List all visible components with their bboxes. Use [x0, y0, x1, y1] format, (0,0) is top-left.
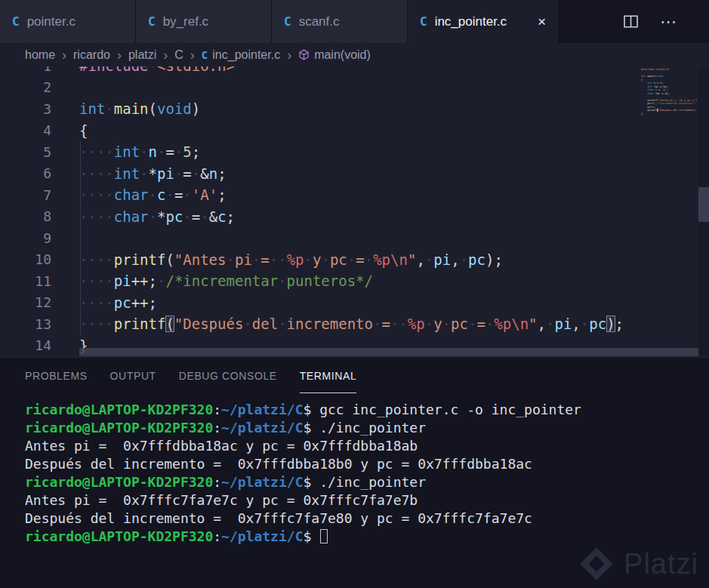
vertical-scrollbar-thumb[interactable] [698, 187, 709, 222]
code-token: · [365, 251, 373, 268]
split-editor-icon[interactable] [623, 14, 639, 29]
terminal-text: ricardo@LAPTOP-KD2PF320 [25, 474, 213, 490]
line-number: 2 [0, 79, 51, 95]
tab-pointer.c[interactable]: Cpointer.c [0, 0, 136, 43]
code-token: char [647, 88, 653, 91]
code-editor[interactable]: 1#include·<stdio.h>23int·main(void)4{5··… [0, 66, 709, 357]
code-token: incremento [680, 109, 695, 112]
code-token: pi [554, 316, 572, 332]
code-token: ; [668, 92, 670, 95]
breadcrumb-label: home [25, 48, 55, 62]
code-token: punteros*/ [287, 272, 373, 289]
breadcrumb-item-home[interactable]: home [25, 48, 55, 62]
code-token: ; [192, 143, 200, 160]
line-number: 9 [0, 230, 51, 246]
code-line[interactable]: 5····int·n·=·5; [0, 141, 640, 163]
panel-tab-bar: PROBLEMSOUTPUTDEBUG CONSOLETERMINAL [0, 358, 709, 393]
tab-inc_pointer.c[interactable]: Cinc_pointer.c× [408, 0, 559, 43]
code-token: n [209, 165, 217, 182]
horizontal-scrollbar[interactable] [79, 348, 698, 356]
code-token: · [278, 316, 286, 332]
code-token: char [114, 208, 149, 225]
close-tab-icon[interactable]: × [538, 14, 546, 29]
terminal-text: $ [303, 474, 319, 490]
code-token: ; [615, 316, 624, 332]
code-line[interactable]: 8····char·*pc·=·&c; [0, 206, 640, 228]
code-line[interactable]: 11····pi++;·/*incrementar·punteros*/ [0, 270, 640, 292]
code-line[interactable]: 7····char·c·=·'A'; [0, 184, 640, 206]
code-token: 5 [183, 143, 191, 160]
line-number: 14 [0, 337, 51, 353]
code-token: · [425, 251, 433, 268]
breadcrumb-item-ricardo[interactable]: ricardo [73, 48, 110, 62]
code-token: , [572, 316, 580, 332]
tab-by_ref.c[interactable]: Cby_ref.c [136, 0, 272, 43]
chevron-right-icon: › [190, 48, 195, 62]
terminal-text: ricardo@LAPTOP-KD2PF320 [25, 402, 213, 417]
code-line[interactable]: 13····printf("Después·del·incremento·=··… [0, 313, 640, 335]
code-token: · [140, 143, 148, 160]
code-token: ; [667, 88, 668, 91]
code-token: ; [217, 186, 226, 203]
code-line[interactable]: 1#include·<stdio.h> [0, 66, 640, 77]
breadcrumb-label: inc_pointer.c [212, 48, 280, 62]
code-token: ++; [131, 272, 157, 289]
terminal-line: Después del incremento = 0x7fffc7fa7e80 … [25, 509, 709, 528]
panel-tab-output[interactable]: OUTPUT [110, 370, 156, 393]
chevron-right-icon: › [163, 48, 168, 62]
more-actions-icon[interactable]: ⋯ [660, 12, 677, 32]
code-token: · [200, 208, 208, 225]
code-token: " [529, 316, 537, 332]
terminal-text: ricardo@LAPTOP-KD2PF320 [25, 420, 213, 436]
terminal[interactable]: ricardo@LAPTOP-KD2PF320:~/platzi/C$ gcc … [0, 393, 709, 546]
terminal-text: ~/platzi/C [221, 474, 303, 490]
breadcrumb-item-inc_pointer.c[interactable]: Cinc_pointer.c [202, 48, 280, 62]
code-token: pc [330, 251, 347, 268]
terminal-text: : [213, 420, 221, 436]
code-token: , [416, 251, 424, 268]
code-token: ( [165, 316, 174, 332]
code-token: * [149, 165, 157, 182]
panel-tab-terminal[interactable]: TERMINAL [300, 370, 357, 393]
code-line[interactable]: 10····printf("Antes·pi·=··%p·y·pc·=·%p\n… [0, 249, 640, 271]
code-line[interactable]: 9 [0, 227, 640, 249]
breadcrumb: home›ricardo›platzi›C›Cinc_pointer.c›mai… [0, 43, 709, 66]
code-line[interactable]: 12····pc++; [0, 292, 640, 314]
c-file-icon: C [420, 14, 427, 29]
c-file-icon: C [202, 49, 208, 61]
code-token: incremento [287, 316, 373, 332]
code-token: ···· [79, 272, 114, 289]
code-token: · [425, 316, 433, 332]
code-line[interactable]: 2 [0, 77, 640, 99]
code-token: printf [647, 99, 657, 102]
code-token: = [356, 251, 364, 268]
minimap[interactable]: #include·<stdio.h>int·main(void){····int… [641, 68, 697, 115]
breadcrumb-item-platzi[interactable]: platzi [128, 48, 156, 62]
code-token: pc [451, 316, 468, 332]
line-number: 6 [0, 165, 51, 181]
terminal-cursor [320, 529, 328, 543]
code-line[interactable]: 4{ [0, 120, 640, 142]
breadcrumb-item-main(void)[interactable]: main(void) [298, 48, 371, 62]
minimap-line: ····printf("Después·del·incremento·=··%p… [641, 109, 697, 112]
terminal-line: ricardo@LAPTOP-KD2PF320:~/platzi/C$ ./in… [25, 419, 709, 437]
code-line[interactable]: 6····int·*pi·=·&n; [0, 163, 640, 185]
terminal-text: : [213, 402, 221, 417]
code-token: · [105, 100, 113, 117]
panel-tab-debug-console[interactable]: DEBUG CONSOLE [179, 370, 277, 393]
code-token: int [114, 165, 140, 182]
code-token: · [252, 251, 260, 268]
code-token: %p [287, 251, 304, 268]
terminal-line: ricardo@LAPTOP-KD2PF320:~/platzi/C$ ./in… [25, 473, 709, 491]
code-token: · [183, 186, 191, 203]
breadcrumb-item-C[interactable]: C [174, 48, 183, 62]
code-token: · [183, 208, 191, 225]
panel-tab-problems[interactable]: PROBLEMS [25, 370, 88, 393]
code-token: · [227, 251, 235, 268]
line-number: 8 [0, 208, 51, 224]
vertical-scrollbar[interactable] [698, 66, 709, 357]
code-token: main [647, 75, 653, 78]
code-token: #include [641, 68, 654, 71]
code-line[interactable]: 3int·main(void) [0, 98, 640, 120]
tab-scanf.c[interactable]: Cscanf.c [272, 0, 408, 43]
